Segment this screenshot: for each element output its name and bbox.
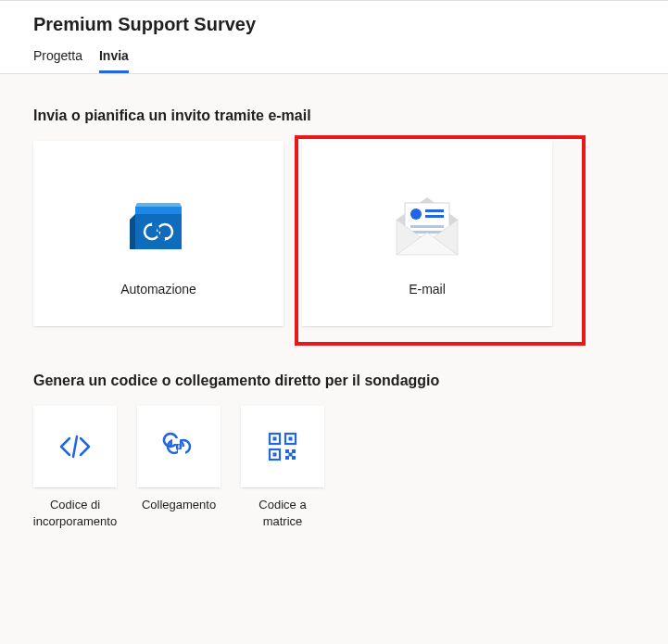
svg-rect-25 xyxy=(273,437,277,441)
content: Invia o pianifica un invito tramite e-ma… xyxy=(0,74,668,529)
svg-rect-11 xyxy=(425,209,444,212)
qr-icon xyxy=(265,429,300,464)
card-embed-wrap: Codice di incorporamento xyxy=(33,406,117,529)
card-qr[interactable] xyxy=(241,406,324,487)
link-icon xyxy=(159,427,198,466)
svg-rect-32 xyxy=(285,456,289,460)
svg-rect-34 xyxy=(289,453,293,457)
page-title: Premium Support Survey xyxy=(33,14,668,35)
svg-rect-0 xyxy=(135,207,182,214)
header: Premium Support Survey Progetta Invia xyxy=(0,0,668,74)
card-automazione[interactable]: Automazione xyxy=(33,141,284,326)
svg-marker-3 xyxy=(130,214,135,249)
card-qr-wrap: Codice a matrice xyxy=(241,406,324,529)
card-embed-label: Codice di incorporamento xyxy=(33,497,117,529)
svg-rect-31 xyxy=(292,449,296,453)
svg-line-19 xyxy=(73,436,77,457)
email-icon xyxy=(387,170,467,282)
svg-rect-27 xyxy=(289,437,293,441)
section1-title: Invia o pianifica un invito tramite e-ma… xyxy=(33,107,635,124)
card-automazione-label: Automazione xyxy=(120,282,196,297)
svg-point-10 xyxy=(410,208,422,220)
small-card-row: Codice di incorporamento Collegamento xyxy=(33,406,635,529)
svg-rect-30 xyxy=(285,449,289,453)
svg-rect-12 xyxy=(425,215,444,218)
svg-marker-1 xyxy=(135,203,182,207)
svg-rect-33 xyxy=(292,456,296,460)
card-link-wrap: Collegamento xyxy=(137,406,221,529)
big-card-row: Automazione E-mail xyxy=(33,141,635,326)
automation-icon xyxy=(126,170,191,282)
card-qr-label: Codice a matrice xyxy=(241,497,324,529)
card-link[interactable] xyxy=(137,406,221,487)
section2-title: Genera un codice o collegamento diretto … xyxy=(33,373,635,389)
card-link-label: Collegamento xyxy=(142,497,216,513)
card-email[interactable]: E-mail xyxy=(302,141,552,326)
svg-rect-29 xyxy=(273,453,277,457)
svg-rect-13 xyxy=(410,225,444,228)
tab-progetta[interactable]: Progetta xyxy=(33,43,82,73)
card-embed[interactable] xyxy=(33,406,117,487)
tabs: Progetta Invia xyxy=(33,43,668,73)
svg-rect-23 xyxy=(178,449,185,455)
svg-rect-22 xyxy=(172,438,180,444)
card-email-label: E-mail xyxy=(409,282,446,297)
embed-icon xyxy=(57,428,94,465)
tab-invia[interactable]: Invia xyxy=(99,43,129,73)
